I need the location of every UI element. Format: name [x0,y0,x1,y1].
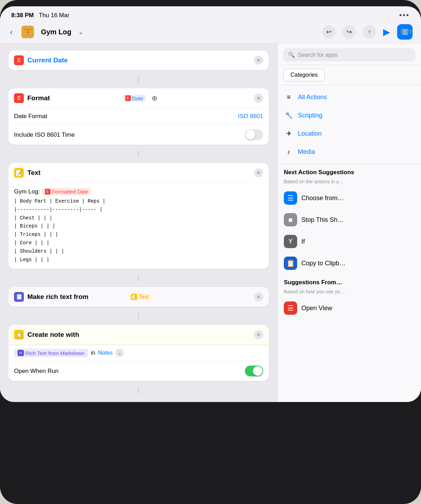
format-date-close[interactable]: ✕ [254,94,263,103]
categories-button[interactable]: Categories [283,69,325,81]
make-rich-text-card: 📃 Make rich text from 📝 Text ✕ [8,287,269,307]
app-icon: 🏋 [21,26,34,38]
text-icon: 📝 [14,168,24,178]
more-dots-icon: ••• [399,11,410,19]
next-action-section: Next Action Suggestions Based on the act… [278,164,421,274]
open-when-run-toggle[interactable] [245,366,263,376]
media-icon: ♪ [284,147,294,157]
create-note-title: Create note with [27,331,137,339]
location-label: Location [298,130,322,137]
rich-text-markdown-token[interactable]: M Rich Text from Markdown [14,349,88,357]
format-date-header: 🗓 Format 🗓 Date ⊕ ✕ [8,88,269,108]
scripting-item[interactable]: 🔧 Scripting [278,106,421,124]
toggle-knob [246,130,255,139]
choose-from-item[interactable]: ☰ Choose from… [278,187,421,209]
next-action-subtext: Based on the actions in y… [278,178,421,187]
text-title: Text [27,169,137,177]
text-content-area[interactable]: Gym Log: 🗓 Formatted Date | Body Part | … [8,183,269,269]
workflow-title: Gym Log [41,28,72,36]
notes-chevron-icon[interactable]: ⌄ [115,349,124,357]
search-container: 🔍 Search for apps [278,43,421,65]
notes-token[interactable]: Notes [98,350,113,356]
connector-5 [8,385,269,395]
stop-shortcut-label: Stop This Sh… [301,216,344,224]
create-note-card: 📋 Create note with ✕ M Rich Text from Ma… [8,325,269,381]
workflow-panel: 🗓 Current Date ✕ 🗓 Format 🗓 [0,43,277,402]
connector-line-5 [138,387,139,394]
text-header: 📝 Text ✕ [8,163,269,183]
right-panel: 🔍 Search for apps Categories ≡ All Actio… [277,43,421,402]
formatted-date-token[interactable]: 🗓 Formatted Date [42,188,91,195]
text-token[interactable]: 📝 Text [127,293,152,301]
search-box[interactable]: 🔍 Search for apps [283,48,415,61]
status-time: 8:38 PM [11,12,34,19]
create-note-close[interactable]: ✕ [254,330,263,339]
markdown-icon: M [18,350,24,356]
search-icon: 🔍 [288,52,295,58]
in-label: in [91,350,95,356]
text-close[interactable]: ✕ [254,168,263,177]
make-rich-text-close[interactable]: ✕ [254,292,263,301]
connector-line-2 [138,150,139,157]
media-item[interactable]: ♪ Media [278,143,421,161]
text-card: 📝 Text ✕ Gym Log: 🗓 Formatted Date [8,163,269,269]
iso-time-row: Include ISO 8601 Time [8,125,269,145]
categories-row: Categories [278,65,421,85]
current-date-header: 🗓 Current Date ✕ [8,50,269,70]
connector-line [138,76,139,83]
next-action-header: Next Action Suggestions [278,164,421,178]
copy-clipboard-icon: 📋 [284,257,297,270]
suggestions-from-subtext: Based on how you use yo… [278,288,421,297]
connector-2 [8,149,269,159]
main-content: 🗓 Current Date ✕ 🗓 Format 🗓 [0,43,421,402]
gym-log-prefix: Gym Log: [14,188,40,195]
text-table-content: | Body Part | Exercise | Reps | |-------… [14,197,263,264]
brand-badge: hulry [400,28,413,34]
copy-clipboard-item[interactable]: 📋 Copy to Clipb… [278,252,421,274]
scripting-label: Scripting [298,112,322,119]
connector-line-4 [138,312,139,319]
play-button[interactable]: ▶ [383,27,390,38]
formatted-date-token-icon: 🗓 [45,189,51,195]
scripting-icon: 🔧 [284,110,294,120]
toggle-knob-on [253,366,262,376]
all-actions-item[interactable]: ≡ All Actions [278,88,421,106]
date-format-label: Date Format [14,113,47,120]
open-view-icon: ☰ [284,301,297,315]
format-expand-icon[interactable]: ⊕ [152,94,158,102]
connector-1 [8,74,269,84]
open-view-item[interactable]: ☰ Open View [278,297,421,319]
current-date-icon: 🗓 [14,55,24,65]
back-button[interactable]: ‹ [8,25,14,39]
date-format-value[interactable]: ISO 8601 [238,113,263,120]
share-button[interactable]: ↑ [363,25,376,39]
redo-button[interactable]: ↪ [342,25,356,39]
create-note-icon: 📋 [14,330,24,340]
make-rich-text-title: Make rich text from [27,293,122,301]
current-date-card: 🗓 Current Date ✕ [8,50,269,70]
current-date-close[interactable]: ✕ [254,56,263,65]
table-row-triceps: | Triceps | | | [14,231,263,239]
if-item[interactable]: Y If [278,231,421,252]
format-date-body: Date Format ISO 8601 Include ISO 8601 Ti… [8,108,269,145]
toolbar: ‹ 🏋 Gym Log ⌄ ↩ ↪ ↑ ▶ ⊞ [0,21,421,43]
location-icon: ✈ [284,129,294,138]
location-item[interactable]: ✈ Location [278,124,421,143]
iso-time-label: Include ISO 8601 Time [14,131,75,138]
connector-4 [8,311,269,321]
status-date: Thu 16 Mar [39,12,69,19]
stop-shortcut-item[interactable]: ■ Stop This Sh… [278,209,421,231]
open-view-label: Open View [301,305,332,312]
iso-time-toggle[interactable] [245,129,263,140]
undo-button[interactable]: ↩ [322,25,335,39]
text-first-line: Gym Log: 🗓 Formatted Date [14,188,263,195]
choose-from-icon: ☰ [284,191,297,205]
format-date-title: Format [27,94,117,102]
current-date-title: Current Date [27,56,250,64]
date-token-label[interactable]: Date [132,95,143,101]
format-date-icon: 🗓 [14,93,24,103]
date-token-icon: 🗓 [125,95,131,101]
create-note-body: Open When Run [8,361,269,381]
title-chevron-icon[interactable]: ⌄ [78,28,83,36]
notes-subrow: M Rich Text from Markdown in Notes ⌄ [8,345,269,361]
